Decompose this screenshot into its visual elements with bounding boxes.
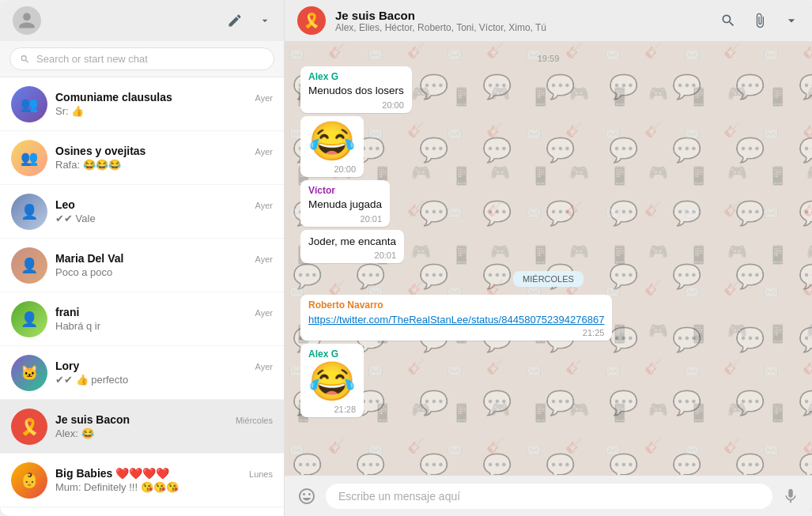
avatar: 👤 [11, 194, 47, 230]
chat-main: 📱 🎸 ✉️ 🎮 🎗️ Je suis Bacon Alex, Elies, H… [285, 0, 812, 516]
avatar: 🎗️ [11, 409, 47, 445]
chat-list: 👥 Comuniame clausulas Ayer Sr: 👍 👥 Osine… [0, 77, 284, 516]
chat-preview: Poco a poco [55, 266, 273, 278]
day-badge: MIÉRCOLES [513, 271, 584, 287]
chat-time: Ayer [255, 201, 273, 210]
message-row: Alex G 😂 21:28 [300, 344, 796, 417]
message-input[interactable] [326, 484, 772, 509]
avatar: 👶 [11, 462, 47, 499]
chat-time: Ayer [255, 362, 273, 371]
chat-item-frani[interactable]: 👤 frani Ayer Habrá q ir [0, 292, 284, 346]
chat-item-bigbabies[interactable]: 👶 Big Babies ❤️❤️❤️❤️ Lunes Mum: Definit… [0, 454, 284, 507]
message-text: Menuda jugada [308, 198, 382, 213]
chat-preview: ✔✔ Vale [55, 213, 273, 224]
message-row: Víctor Menuda jugada 20:01 [300, 180, 796, 227]
chat-preview: Mum: Definitely !!! 😘😘😘 [55, 481, 273, 493]
search-input[interactable] [36, 53, 264, 65]
message-text: Menudos dos losers [308, 84, 404, 99]
avatar: 👤 [11, 247, 47, 284]
time-label: 19:59 [300, 54, 796, 63]
chat-name: Big Babies ❤️❤️❤️❤️ [55, 467, 169, 480]
messages-area: 19:59 Alex G Menudos dos losers 20:00 😂 … [285, 41, 812, 475]
chat-header-icons [720, 13, 799, 28]
chat-info: Comuniame clausulas Ayer Sr: 👍 [55, 91, 273, 117]
chevron-down-icon[interactable] [259, 14, 271, 27]
chat-item-osines[interactable]: 👥 Osines y ovejitas Ayer Rafa: 😂😂😂 [0, 131, 284, 185]
chat-time: Lunes [249, 469, 273, 479]
chat-info: Maria Del Val Ayer Poco a poco [55, 252, 273, 278]
sender-name: Alex G [308, 348, 356, 360]
chat-avatar: 🎗️ [297, 6, 326, 35]
chat-preview: Sr: 👍 [55, 105, 273, 117]
more-options-button[interactable] [784, 13, 799, 28]
search-input-wrapper[interactable] [9, 47, 274, 70]
chat-info: frani Ayer Habrá q ir [55, 306, 273, 332]
message-bubble: Joder, me encanta 20:01 [300, 230, 404, 264]
message-time: 21:28 [308, 405, 356, 414]
chat-name: Leo [55, 198, 75, 211]
chat-info: Osines y ovejitas Ayer Rafa: 😂😂😂 [55, 145, 273, 171]
chat-header: 🎗️ Je suis Bacon Alex, Elies, Héctor, Ro… [285, 0, 812, 41]
chat-item-mariadelval[interactable]: 👤 Maria Del Val Ayer Poco a poco [0, 239, 284, 292]
sender-name: Alex G [308, 71, 404, 82]
message-text: Joder, me encanta [308, 235, 396, 250]
chat-name: frani [55, 306, 79, 318]
sidebar-header-icons [227, 13, 271, 28]
chat-info: Big Babies ❤️❤️❤️❤️ Lunes Mum: Definitel… [55, 467, 273, 493]
message-link[interactable]: https://twitter.com/TheRealStanLee/statu… [308, 314, 604, 326]
message-bubble: Alex G 😂 21:28 [300, 344, 364, 417]
message-bubble: 😂 20:00 [300, 116, 364, 177]
sidebar-header [0, 0, 284, 41]
avatar: 🐱 [11, 355, 47, 391]
chat-item-lory[interactable]: 🐱 Lory Ayer ✔✔ 👍 perfecto [0, 346, 284, 400]
search-bar [0, 41, 284, 77]
message-bubble: Alex G Menudos dos losers 20:00 [300, 66, 412, 113]
chat-preview: Habrá q ir [55, 320, 273, 332]
chat-info: Leo Ayer ✔✔ Vale [55, 198, 273, 224]
sender-name: Víctor [308, 185, 382, 196]
chat-name: Maria Del Val [55, 252, 123, 265]
chat-time: Miércoles [236, 416, 273, 425]
search-button[interactable] [720, 13, 736, 28]
chat-time: Ayer [255, 93, 273, 103]
chat-time: Ayer [255, 308, 273, 318]
chat-preview: ✔✔ 👍 perfecto [55, 374, 273, 386]
profile-avatar[interactable] [13, 6, 41, 35]
chat-name: Osines y ovejitas [55, 145, 145, 157]
day-separator: MIÉRCOLES [300, 271, 796, 287]
chat-header-name: Je suis Bacon [335, 9, 711, 22]
chat-item-leo[interactable]: 👤 Leo Ayer ✔✔ Vale [0, 185, 284, 239]
message-time: 20:01 [308, 214, 382, 224]
chat-info: Lory Ayer ✔✔ 👍 perfecto [55, 360, 273, 386]
attach-button[interactable] [752, 13, 768, 28]
chat-header-members: Alex, Elies, Héctor, Roberto, Toni, Víct… [335, 22, 711, 33]
message-row: Joder, me encanta 20:01 [300, 230, 796, 264]
mic-button[interactable] [782, 488, 799, 505]
message-emoji: 😂 [308, 121, 356, 163]
chat-item-comuniame[interactable]: 👥 Comuniame clausulas Ayer Sr: 👍 [0, 77, 284, 131]
message-row: Alex G Menudos dos losers 20:00 [300, 66, 796, 113]
chat-input-area [285, 475, 812, 516]
emoji-button[interactable] [297, 487, 316, 506]
message-time: 21:25 [308, 328, 604, 337]
avatar: 👤 [11, 301, 47, 337]
sidebar: 👥 Comuniame clausulas Ayer Sr: 👍 👥 Osine… [0, 0, 285, 516]
message-time: 20:01 [308, 250, 396, 260]
chat-preview: Rafa: 😂😂😂 [55, 159, 273, 171]
avatar: 👥 [11, 140, 47, 176]
chat-item-jesuisbacon[interactable]: 🎗️ Je suis Bacon Miércoles Alex: 😂 [0, 400, 284, 454]
chat-header-info: Je suis Bacon Alex, Elies, Héctor, Rober… [335, 9, 711, 33]
sender-name: Roberto Navarro [308, 299, 604, 311]
message-bubble: Víctor Menuda jugada 20:01 [300, 180, 390, 227]
compose-icon[interactable] [227, 13, 243, 28]
chat-info: Je suis Bacon Miércoles Alex: 😂 [55, 413, 273, 439]
message-bubble: Roberto Navarro https://twitter.com/TheR… [300, 295, 612, 341]
chat-name: Comuniame clausulas [55, 91, 172, 104]
sidebar-header-left [13, 6, 41, 35]
chat-time: Ayer [255, 147, 273, 156]
message-row: Roberto Navarro https://twitter.com/TheR… [300, 295, 796, 341]
message-emoji: 😂 [308, 361, 356, 403]
chat-name: Lory [55, 360, 79, 372]
message-row: 😂 20:00 [300, 116, 796, 177]
avatar: 👥 [11, 86, 47, 122]
